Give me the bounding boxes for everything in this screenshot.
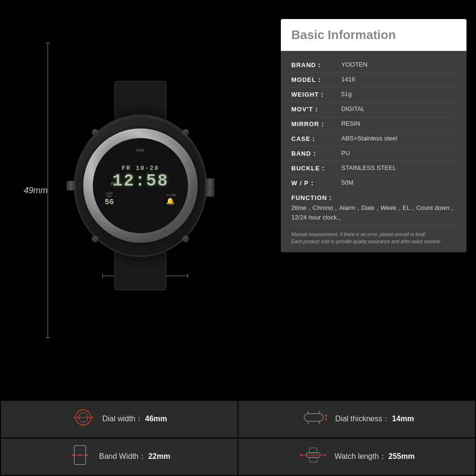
info-row: WEIGHT： 51g — [291, 88, 456, 102]
info-row: BRAND： YOOTEN — [291, 58, 456, 73]
info-row-label: MODEL： — [291, 76, 341, 84]
info-row-value: RESIN — [341, 120, 456, 127]
alarm-label: ALARM — [166, 194, 176, 197]
info-row-label: BUCKLE： — [291, 164, 341, 173]
info-body: BRAND： YOOTEN MODEL： 1416 WEIGHT： 51g MO… — [281, 51, 466, 252]
info-row: BAND： PU — [291, 147, 456, 161]
snz-label: SNZ — [137, 149, 145, 152]
alarm-display: ALARM 🔔 — [166, 194, 176, 205]
info-row-label: BAND： — [291, 149, 341, 158]
spec-value-dial-thickness: 14mm — [392, 415, 414, 423]
watch-dial: SNZ FR 10-20 PM 12:58 — [93, 138, 188, 233]
spec-value-dial-width: 46mm — [145, 415, 167, 423]
info-rows: BRAND： YOOTEN MODEL： 1416 WEIGHT： 51g MO… — [291, 58, 456, 190]
watch-bezel: SNZ FR 10-20 PM 12:58 — [83, 129, 198, 243]
date-display: FR 10-20 — [122, 165, 159, 172]
svg-rect-19 — [309, 448, 317, 453]
note-line1: Manual measurement, if there is an error… — [291, 231, 456, 238]
info-row: W / P： 50M — [291, 176, 456, 190]
info-row-value: 1416 — [341, 76, 456, 83]
spec-value-band-width: 22mm — [148, 452, 170, 460]
info-row-value: YOOTEN — [341, 61, 456, 68]
dim-label-vertical: 49mm — [24, 186, 48, 196]
band-top — [114, 81, 167, 119]
bottom-spec-section: Dial width： 46mm — [0, 400, 476, 476]
band-hole-3 — [139, 270, 142, 273]
svg-point-17 — [79, 454, 81, 456]
svg-marker-16 — [86, 454, 89, 456]
spec-text-watch-length: Watch length： 255mm — [335, 452, 415, 462]
note-line2: Each product sold to provide quality ass… — [291, 238, 456, 245]
crown-right-button — [206, 178, 214, 189]
screw-tl — [92, 129, 99, 136]
dial-inner: SNZ FR 10-20 PM 12:58 — [98, 143, 183, 228]
svg-marker-22 — [300, 454, 302, 456]
svg-marker-15 — [71, 454, 74, 456]
function-label: FUNCTION： — [291, 194, 334, 201]
spec-bar-band-width: Band Width： 22mm — [1, 438, 238, 475]
main-container: 49mm — [0, 0, 476, 476]
function-value: 2time，Chrono，Alarm，Date，Week，EL，Count do… — [291, 203, 456, 222]
screw-tr — [182, 129, 189, 136]
info-row: CASE： ABS+Stainless steel — [291, 132, 456, 147]
band-width-icon — [68, 443, 92, 471]
seconds-display: 1/100 SEC 56 — [105, 192, 114, 207]
info-row-value: STAINLESS STEEL — [341, 164, 456, 171]
spec-text-band-width: Band Width： 22mm — [99, 452, 170, 462]
spec-label-watch-length: Watch length： — [335, 452, 387, 460]
watch-length-icon — [299, 446, 327, 468]
svg-marker-8 — [325, 419, 327, 421]
band-bottom — [114, 252, 167, 290]
svg-marker-23 — [324, 454, 327, 456]
pm-indicator: PM — [111, 181, 118, 186]
sec-value: 56 — [105, 198, 114, 207]
screw-br — [182, 236, 189, 242]
watch-case: SNZ FR 10-20 PM 12:58 — [74, 114, 207, 257]
svg-marker-3 — [73, 416, 76, 419]
screw-bl — [92, 236, 99, 242]
band-hole-1 — [139, 259, 142, 262]
spec-label-dial-width: Dial width： — [102, 415, 143, 423]
info-row: MOV'T： DIGITAL — [291, 102, 456, 117]
spec-bar-dial-width: Dial width： 46mm — [1, 401, 238, 437]
svg-rect-20 — [309, 457, 317, 462]
watch-graphic: SNZ FR 10-20 PM 12:58 — [55, 81, 226, 328]
info-row-label: BRAND： — [291, 61, 341, 69]
top-section: 49mm — [0, 0, 476, 400]
info-title: Basic Information — [291, 28, 396, 42]
info-header: Basic Information — [281, 19, 466, 51]
spec-bar-dial-thickness: Dial thickness： 14mm — [238, 401, 475, 437]
info-row: BUCKLE： STAINLESS STEEL — [291, 161, 456, 176]
info-row: MIRROR： RESIN — [291, 117, 456, 132]
dial-width-icon — [71, 408, 95, 431]
info-row-value: ABS+Stainless steel — [341, 135, 456, 142]
info-row-label: CASE： — [291, 135, 341, 143]
bottom-display: 1/100 SEC 56 ALARM 🔔 — [98, 192, 183, 207]
info-row: MODEL： 1416 — [291, 73, 456, 88]
info-row-value: 51g — [341, 90, 456, 98]
spec-text-dial-width: Dial width： 46mm — [102, 414, 167, 424]
function-row: FUNCTION： 2time，Chrono，Alarm，Date，Week，E… — [291, 190, 456, 225]
info-row-label: W / P： — [291, 179, 341, 188]
spec-bar-watch-length: Watch length： 255mm — [238, 438, 475, 475]
info-note: Manual measurement, if there is an error… — [291, 231, 456, 245]
spec-value-watch-length: 255mm — [388, 452, 415, 460]
info-row-label: MOV'T： — [291, 105, 341, 114]
band-hole-2 — [139, 265, 142, 268]
svg-marker-4 — [91, 416, 93, 419]
spec-text-dial-thickness: Dial thickness： 14mm — [335, 414, 414, 424]
time-display: 12:58 — [112, 171, 169, 191]
svg-marker-7 — [325, 414, 327, 416]
crown-right-2-button — [206, 188, 214, 197]
dial-thickness-icon — [299, 408, 328, 431]
info-panel: Basic Information BRAND： YOOTEN MODEL： 1… — [281, 19, 466, 252]
dim-line-vertical — [48, 43, 48, 338]
watch-area: 49mm — [10, 14, 271, 395]
sec-label-bottom: SEC — [105, 195, 114, 198]
spec-label-dial-thickness: Dial thickness： — [335, 415, 390, 423]
info-row-label: MIRROR： — [291, 120, 341, 129]
spec-label-band-width: Band Width： — [99, 452, 146, 460]
info-row-label: WEIGHT： — [291, 90, 341, 99]
info-row-value: DIGITAL — [341, 105, 456, 112]
info-row-value: PU — [341, 149, 456, 157]
